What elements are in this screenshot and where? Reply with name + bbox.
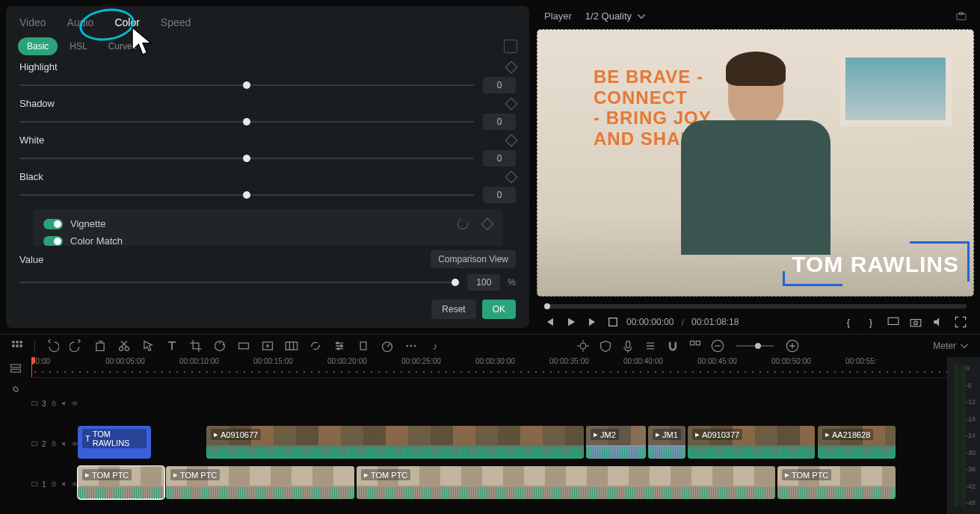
black-value[interactable]: 0 — [483, 187, 516, 203]
white-track[interactable] — [19, 152, 474, 164]
brace-right-icon[interactable]: } — [865, 316, 877, 328]
shadow-value[interactable]: 0 — [483, 114, 516, 130]
shield-icon[interactable] — [599, 339, 612, 353]
zoom-out-icon[interactable] — [711, 339, 724, 353]
lock-icon[interactable] — [51, 439, 57, 448]
eye-icon[interactable] — [72, 399, 78, 408]
zoom-slider[interactable] — [736, 345, 774, 347]
next-frame-icon[interactable] — [586, 316, 598, 328]
value-track[interactable] — [19, 276, 460, 288]
clip[interactable]: ▸A0910677 — [206, 426, 584, 459]
tl-collapse-icon[interactable] — [9, 362, 22, 375]
subtab-basic[interactable]: Basic — [18, 37, 58, 55]
link-icon[interactable] — [309, 339, 322, 353]
audio-icon[interactable]: ♪ — [428, 339, 442, 353]
preview-viewport[interactable]: BE BRAVE - CONNECT - BRING JOY AND SHARE… — [537, 29, 974, 297]
delete-icon[interactable] — [93, 339, 107, 353]
effects-icon[interactable] — [261, 339, 274, 353]
highlight-track[interactable] — [19, 79, 474, 91]
speed-icon[interactable] — [380, 339, 394, 353]
select-icon[interactable] — [141, 339, 155, 353]
audio-meter: 0-6-12-18-24-30-36-42-48 — [947, 357, 980, 514]
more-icon[interactable] — [404, 339, 418, 353]
ruler[interactable]: 00:0000:00:05:0000:00:10:0000:00:15:0000… — [31, 357, 947, 378]
video-track-icon[interactable] — [31, 399, 37, 408]
clip[interactable]: ▸TOM PTC — [777, 466, 896, 499]
subtab-curves[interactable]: Curves — [99, 37, 146, 55]
video-track-icon[interactable] — [31, 439, 37, 448]
prev-frame-icon[interactable] — [544, 316, 556, 328]
brace-left-icon[interactable]: { — [842, 316, 854, 328]
playhead[interactable] — [31, 357, 32, 377]
tl-link-icon[interactable] — [9, 383, 22, 396]
tab-color[interactable]: Color — [114, 16, 139, 28]
keyframe-icon[interactable] — [505, 97, 518, 110]
redo-icon[interactable] — [70, 339, 83, 353]
rotate-icon[interactable] — [213, 339, 226, 353]
highlight-value[interactable]: 0 — [483, 77, 516, 93]
scrub-bar[interactable] — [544, 304, 967, 309]
grid2-icon[interactable] — [688, 339, 702, 353]
lock-icon[interactable] — [51, 399, 57, 408]
svg-rect-35 — [52, 403, 55, 405]
clip[interactable]: TTOM RAWLINS — [78, 426, 151, 459]
clip[interactable]: ▸AA218628 — [818, 426, 896, 459]
ok-button[interactable]: OK — [482, 300, 516, 319]
colormatch-toggle[interactable] — [43, 236, 63, 247]
meter-dropdown[interactable]: Meter — [933, 341, 970, 351]
expand-panel-icon[interactable] — [504, 40, 517, 53]
undo-icon[interactable] — [46, 339, 59, 353]
sun-icon[interactable] — [576, 339, 590, 353]
tab-speed[interactable]: Speed — [161, 16, 191, 28]
clip[interactable]: ▸JM2 — [586, 426, 646, 459]
eye-icon[interactable] — [72, 480, 78, 489]
stop-icon[interactable] — [607, 316, 619, 328]
eye-icon[interactable] — [72, 439, 78, 448]
adjust-icon[interactable] — [333, 339, 346, 353]
grid-icon[interactable] — [10, 339, 24, 353]
vignette-toggle[interactable] — [43, 219, 63, 229]
comparison-view-button[interactable]: Comparison View — [431, 250, 516, 268]
clip[interactable]: ▸TOM PTC — [78, 466, 164, 499]
lock-icon[interactable] — [51, 480, 57, 489]
mute-icon[interactable] — [61, 480, 67, 489]
list-icon[interactable] — [644, 339, 657, 353]
clip[interactable]: ▸JM1 — [648, 426, 685, 459]
keyframe-icon[interactable] — [505, 61, 518, 73]
crop-icon[interactable] — [189, 339, 203, 353]
play-icon[interactable] — [565, 316, 577, 328]
display-icon[interactable] — [887, 316, 899, 328]
zoom-in-icon[interactable] — [786, 339, 799, 353]
render-icon[interactable] — [237, 339, 250, 353]
subtab-hsl[interactable]: HSL — [61, 37, 96, 55]
mute-icon[interactable] — [61, 399, 67, 408]
video-track-icon[interactable] — [31, 480, 37, 489]
tab-audio[interactable]: Audio — [67, 16, 94, 28]
snapshot-icon[interactable] — [956, 11, 967, 22]
value-number[interactable]: 100 — [467, 274, 500, 291]
cut-icon[interactable] — [117, 339, 131, 353]
keyframe-icon[interactable] — [505, 170, 518, 183]
fit-icon[interactable] — [285, 339, 298, 353]
tab-video[interactable]: Video — [19, 16, 46, 28]
keyframe-icon[interactable] — [481, 217, 494, 230]
clip[interactable]: ▸TOM PTC — [166, 466, 354, 499]
marker-icon[interactable] — [357, 339, 370, 353]
clip[interactable]: ▸TOM PTC — [357, 466, 775, 499]
track-row: 1 ▸TOM PTC ▸TOM PTC ▸TOM PTC ▸TOM PTC — [78, 466, 947, 502]
fullscreen-icon[interactable] — [955, 316, 967, 328]
clip[interactable]: ▸A0910377 — [688, 426, 815, 459]
reset-icon[interactable] — [455, 217, 469, 231]
keyframe-icon[interactable] — [505, 134, 518, 146]
mute-icon[interactable] — [61, 439, 67, 448]
camera-icon[interactable] — [910, 316, 922, 328]
volume-icon[interactable] — [932, 316, 944, 328]
white-value[interactable]: 0 — [483, 150, 516, 167]
black-track[interactable] — [19, 189, 474, 201]
mic-icon[interactable] — [621, 339, 635, 353]
quality-dropdown[interactable]: 1/2 Quality — [585, 10, 647, 22]
reset-button[interactable]: Reset — [431, 300, 475, 319]
text-icon[interactable] — [165, 339, 179, 353]
shadow-track[interactable] — [19, 116, 474, 128]
magnet-icon[interactable] — [666, 339, 679, 353]
